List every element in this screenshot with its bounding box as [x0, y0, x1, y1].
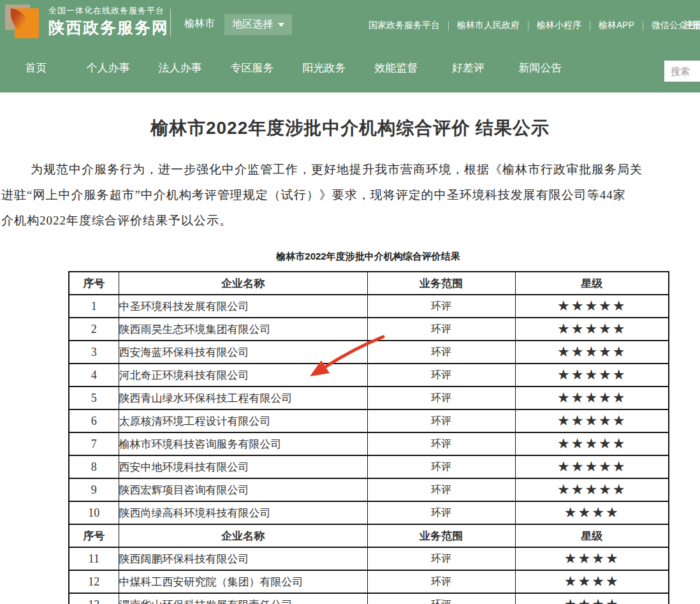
cell-no: 12 [69, 570, 119, 593]
cell-scope: 环评 [367, 455, 515, 478]
table-row: 1中圣环境科技发展有限公司环评★★★★★ [69, 295, 669, 318]
nav-item-首页[interactable]: 首页 [0, 61, 72, 75]
nav-item-个人办事[interactable]: 个人办事 [72, 61, 144, 75]
cell-name: 中煤科工西安研究院（集团）有限公司 [119, 570, 367, 593]
column-header: 业务范围 [367, 524, 515, 547]
cell-name: 西安海蓝环保科技有限公司 [119, 341, 367, 364]
cell-stars: ★★★★ [515, 547, 669, 570]
nav-item-阳光政务[interactable]: 阳光政务 [288, 61, 360, 75]
paragraph-line: 进驻“网上中介服务超市”中介机构考评管理规定（试行）》要求，现将评定的中圣环境科… [0, 182, 700, 208]
cell-scope: 环评 [367, 593, 515, 604]
search-box [664, 61, 700, 82]
cell-no: 6 [69, 409, 119, 432]
cell-scope: 环评 [367, 570, 515, 593]
region-selector-label: 地区选择 [233, 18, 273, 31]
announcement-paragraph: 为规范中介服务行为，进一步强化中介监管工作，更好地提升我市营商环境，根据《榆林市… [0, 157, 700, 233]
cell-name: 陕西阔鹏环保科技有限公司 [119, 547, 367, 570]
table-row: 6太原核清环境工程设计有限公司环评★★★★★ [69, 409, 669, 432]
header-link[interactable]: 榆林小程序 [537, 20, 581, 31]
cell-name: 西安中地环境科技有限公司 [119, 455, 367, 478]
link-separator [528, 21, 529, 31]
table-row: 13渭南华山环保科技发展有限责任公司环评★★★★ [69, 593, 669, 604]
table-row: 5陕西青山绿水环保科技工程有限公司环评★★★★★ [69, 387, 669, 409]
column-header: 序号 [69, 272, 119, 295]
nav-item-新闻公告[interactable]: 新闻公告 [504, 61, 576, 75]
region-selector-button[interactable]: 地区选择 [224, 14, 292, 35]
cell-stars: ★★★★★ [515, 432, 669, 455]
link-separator [448, 21, 449, 31]
table-row: 11陕西阔鹏环保科技有限公司环评★★★★ [69, 547, 669, 570]
cell-stars: ★★★★★ [515, 341, 669, 364]
header-link[interactable]: 榆林市人民政府 [457, 20, 520, 31]
cell-stars: ★★★★★ [515, 387, 669, 409]
nav-item-效能监督[interactable]: 效能监督 [360, 61, 432, 75]
header-link[interactable]: 国家政务服务平台 [368, 20, 440, 31]
cell-name: 太原核清环境工程设计有限公司 [119, 409, 367, 432]
table-row: 12中煤科工西安研究院（集团）有限公司环评★★★★ [69, 570, 669, 593]
cell-stars: ★★★★ [515, 570, 669, 593]
cell-no: 10 [69, 501, 119, 524]
cell-scope: 环评 [367, 547, 515, 570]
column-header: 企业名称 [119, 272, 367, 295]
header-link[interactable]: 榆林APP [599, 20, 634, 31]
cell-stars: ★★★★★ [515, 318, 669, 341]
table-header-row: 序号企业名称业务范围星级 [69, 272, 669, 295]
cell-scope: 环评 [367, 432, 515, 455]
cell-scope: 环评 [367, 341, 515, 364]
paragraph-line: 介机构2022年度综合评价结果予以公示。 [0, 208, 700, 233]
cell-no: 1 [69, 295, 119, 318]
platform-tagline: 全国一体化在线政务服务平台 [48, 6, 169, 15]
evaluation-table: 序号企业名称业务范围星级1中圣环境科技发展有限公司环评★★★★★2陕西雨昊生态环… [68, 271, 669, 604]
cell-stars: ★★★★★ [515, 409, 669, 432]
announcement-document: 榆林市2022年度涉批中介机构综合评价 结果公示 为规范中介服务行为，进一步强化… [0, 116, 700, 604]
table-row: 2陕西雨昊生态环境集团有限公司环评★★★★★ [69, 318, 669, 341]
table-row: 4河北奇正环境科技有限公司环评★★★★★ [69, 364, 669, 387]
register-link[interactable]: 注册 [684, 20, 700, 31]
cell-name: 陕西青山绿水环保科技工程有限公司 [119, 387, 367, 409]
cell-stars: ★★★★★ [515, 478, 669, 501]
cell-scope: 环评 [367, 364, 515, 387]
cell-name: 榆林市环境科技咨询服务有限公司 [119, 432, 367, 455]
cell-stars: ★★★★ [515, 501, 669, 524]
cell-name: 陕西雨昊生态环境集团有限公司 [119, 318, 367, 341]
table-row: 8西安中地环境科技有限公司环评★★★★★ [69, 455, 669, 478]
cell-name: 陕西宏辉项目咨询有限公司 [119, 478, 367, 501]
column-header: 业务范围 [367, 272, 515, 295]
search-input[interactable] [664, 61, 700, 82]
cell-no: 8 [69, 455, 119, 478]
paragraph-line: 为规范中介服务行为，进一步强化中介监管工作，更好地提升我市营商环境，根据《榆林市… [0, 157, 700, 182]
cell-stars: ★★★★ [515, 593, 669, 604]
table-row: 10陕西尚绿高科环境科技有限公司环评★★★★ [69, 501, 669, 524]
column-header: 企业名称 [119, 524, 367, 547]
cell-no: 11 [69, 547, 119, 570]
cell-stars: ★★★★★ [515, 455, 669, 478]
cell-scope: 环评 [367, 501, 515, 524]
cell-stars: ★★★★★ [515, 364, 669, 387]
table-row: 9陕西宏辉项目咨询有限公司环评★★★★★ [69, 478, 669, 501]
nav-item-好差评[interactable]: 好差评 [432, 61, 504, 75]
site-logo[interactable] [5, 4, 41, 40]
cell-no: 5 [69, 387, 119, 409]
table-caption: 榆林市2022年度涉批中介机构综合评价结果 [68, 251, 668, 263]
column-header: 星级 [515, 524, 669, 547]
current-city-label: 榆林市 [184, 17, 215, 31]
cell-no: 4 [69, 364, 119, 387]
cell-name: 中圣环境科技发展有限公司 [119, 295, 367, 318]
cell-scope: 环评 [367, 409, 515, 432]
table-row: 7榆林市环境科技咨询服务有限公司环评★★★★★ [69, 432, 669, 455]
brand-divider [170, 9, 171, 37]
table-row: 3西安海蓝环保科技有限公司环评★★★★★ [69, 341, 669, 364]
top-links: 国家政务服务平台榆林市人民政府榆林小程序榆林APP微信公众号 [368, 20, 696, 31]
cell-scope: 环评 [367, 295, 515, 318]
cell-no: 9 [69, 478, 119, 501]
cell-name: 渭南华山环保科技发展有限责任公司 [119, 593, 367, 604]
link-separator [590, 21, 590, 31]
cell-name: 河北奇正环境科技有限公司 [119, 364, 367, 387]
cell-scope: 环评 [367, 318, 515, 341]
nav-item-法人办事[interactable]: 法人办事 [144, 61, 216, 75]
nav-item-专区服务[interactable]: 专区服务 [216, 61, 288, 75]
column-header: 星级 [515, 272, 669, 295]
site-name: 陕西政务服务网 [48, 20, 169, 36]
cell-scope: 环评 [367, 387, 515, 409]
cell-no: 7 [69, 432, 119, 455]
